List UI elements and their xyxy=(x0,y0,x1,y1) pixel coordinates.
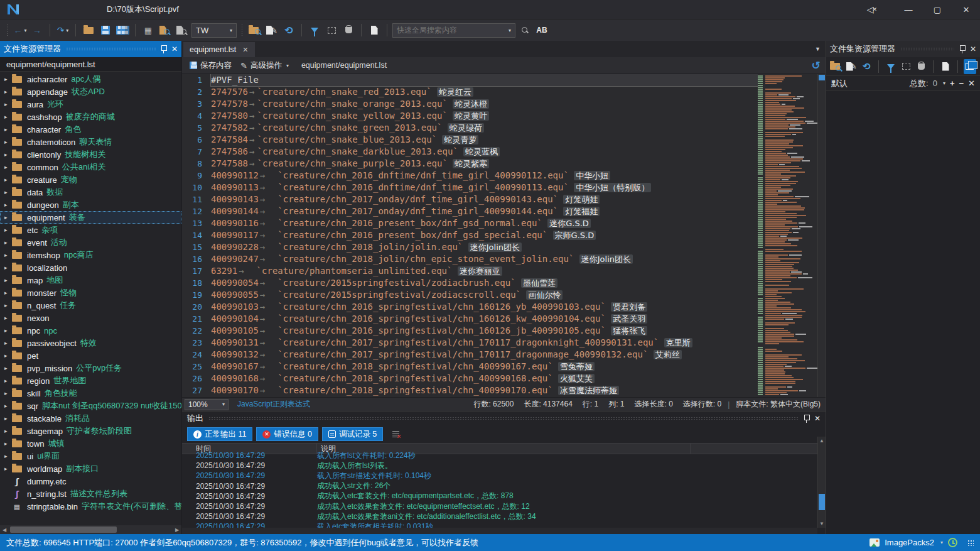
tree-item[interactable]: ▸ aicharacter apc人偶 xyxy=(0,73,181,85)
close-button[interactable]: ✕ xyxy=(952,0,980,19)
expander-icon[interactable]: ▸ xyxy=(4,252,12,258)
match-case-toggle[interactable]: AB xyxy=(534,23,549,38)
search-in-file-button[interactable] xyxy=(158,23,173,38)
bucket-button[interactable] xyxy=(341,23,356,38)
pin-icon[interactable] xyxy=(161,45,166,53)
scroll-left-arrow[interactable]: ◀ xyxy=(0,527,9,533)
tab-equipment-lst[interactable]: equipment.lst ✕ xyxy=(183,42,255,57)
expander-icon[interactable]: ▸ xyxy=(4,265,12,271)
code-line[interactable]: 27 400990170→`creature/chn_2018_springfe… xyxy=(182,385,758,396)
search-doc-button[interactable] xyxy=(175,23,190,38)
tree-item[interactable]: ▸ monster 怪物 xyxy=(0,286,181,299)
fileset-marquee-button[interactable] xyxy=(900,59,912,74)
fileset-total-caret[interactable]: ▾ xyxy=(943,80,945,86)
zoom-select[interactable]: 100%▾ xyxy=(185,399,229,410)
fileset-remove-button[interactable]: − xyxy=(959,79,964,88)
expander-icon[interactable]: ▸ xyxy=(4,352,12,359)
output-row[interactable]: 2025/10/30 16:47:29 载入所有lst文件耗时: 0.224秒 xyxy=(182,450,826,461)
menu-item[interactable] xyxy=(62,8,74,11)
expander-icon[interactable]: ▸ xyxy=(4,466,12,472)
tree-item[interactable]: ▸ region 世界地图 xyxy=(0,374,181,387)
expander-icon[interactable]: ▸ xyxy=(4,239,12,246)
tree-item[interactable]: ▸ passiveobject 特效 xyxy=(0,337,181,349)
code-line[interactable]: 19 400990055→`creature/2015springfestiva… xyxy=(182,289,758,301)
code-line[interactable]: 11 400990143→`creature/chn_2017_onday/dn… xyxy=(182,194,758,205)
output-filter-button[interactable]: ✕ 错误信息 0 xyxy=(256,427,318,441)
expander-icon[interactable]: ▸ xyxy=(4,89,12,95)
code-line[interactable]: 8 2747588→`creature/chn_snake_purple_201… xyxy=(182,158,758,170)
code-line[interactable]: 2 2747576→`creature/chn_snake_red_2013.e… xyxy=(182,86,758,98)
nav-back-button[interactable]: ←▾ xyxy=(13,23,28,38)
tree-item[interactable]: ▸ appendage 状态APD xyxy=(0,85,181,98)
tree-item[interactable]: ▸ itemshop npc商店 xyxy=(0,249,181,261)
fileset-pin-icon[interactable] xyxy=(959,45,965,53)
tree-item[interactable]: ▸ event 活动 xyxy=(0,236,181,249)
code-line[interactable]: 24 400990132→`creature/chn_2017_springfe… xyxy=(182,349,758,361)
editor-vscrollbar[interactable] xyxy=(817,74,826,397)
expander-icon[interactable]: ▸ xyxy=(4,428,12,434)
scroll-up-arrow[interactable]: ▲ xyxy=(819,438,824,444)
undo-icon[interactable]: ↺ xyxy=(812,59,821,72)
expander-icon[interactable]: ▸ xyxy=(4,76,12,82)
menu-item[interactable] xyxy=(49,8,62,11)
fileset-list-area[interactable] xyxy=(826,91,980,534)
sidebar-hscrollbar[interactable]: ◀ ▶ xyxy=(0,525,181,534)
hscroll-thumb[interactable] xyxy=(10,526,117,533)
expander-icon[interactable]: ▸ xyxy=(4,189,12,195)
editor-vscroll-thumb[interactable] xyxy=(819,75,825,80)
tree-item[interactable]: ▸ npc npc xyxy=(0,324,181,337)
image-packs-caret[interactable]: ▾ xyxy=(940,540,943,545)
menu-item[interactable] xyxy=(24,8,36,11)
maximize-button[interactable]: ▢ xyxy=(923,0,951,19)
code-line[interactable]: 22 400990105→`creature/chn_2016_springfe… xyxy=(182,325,758,337)
tree-item[interactable]: ▸ localization xyxy=(0,261,181,274)
tree-item[interactable]: ▸ town 城镇 xyxy=(0,437,181,450)
code-line[interactable]: 3 2747578→`creature/chn_snake_orange_201… xyxy=(182,98,758,110)
tree-item[interactable]: ▸ aura 光环 xyxy=(0,98,181,111)
output-row[interactable]: 2025/10/30 16:47:29 成功载入所有lst列表。 xyxy=(182,461,826,471)
fileset-bucket-button[interactable] xyxy=(915,59,927,74)
image-packs-label[interactable]: ImagePacks2 xyxy=(885,538,934,547)
output-row[interactable]: 2025/10/30 16:47:29 成功载入etc效果套装ani文件: et… xyxy=(182,511,826,521)
tree-item[interactable]: ▸ common 公共ani相关 xyxy=(0,161,181,173)
output-filter-button[interactable]: 调试记录 5 xyxy=(322,427,383,441)
fileset-layers-button[interactable] xyxy=(964,59,976,74)
tree-item[interactable]: ▸ skill 角色技能 xyxy=(0,387,181,400)
marquee-select-button[interactable] xyxy=(324,23,339,38)
expander-icon[interactable]: ▸ xyxy=(4,315,12,321)
minimize-button[interactable]: — xyxy=(895,0,922,19)
fileset-group-name[interactable]: 默认 xyxy=(831,78,848,89)
code-line[interactable]: 9 400990112→`creature/chn_2016_dnftime/d… xyxy=(182,170,758,182)
expander-icon[interactable]: ▸ xyxy=(4,101,12,107)
code-editor[interactable]: 1 #PVF_File 2 2747576→`creature/chn_snak… xyxy=(182,74,826,397)
save-button[interactable] xyxy=(98,23,113,38)
search-dropdown-caret[interactable]: ▾ xyxy=(509,28,511,33)
folder-search-button[interactable] xyxy=(247,23,262,38)
expander-icon[interactable]: ▸ xyxy=(4,114,12,120)
refresh-button[interactable]: ⟲ xyxy=(281,23,296,38)
output-filter-button[interactable]: i 正常输出 11 xyxy=(187,427,252,441)
scroll-right-arrow[interactable]: ▶ xyxy=(173,527,181,533)
tree-item[interactable]: ▸ stackable 消耗品 xyxy=(0,412,181,425)
menu-item[interactable] xyxy=(74,8,87,11)
code-line[interactable]: 4 2747580→`creature/chn_snake_yellow_201… xyxy=(182,110,758,122)
code-line[interactable]: 16 400990247→`creature/chn_2018_jolin/ch… xyxy=(182,253,758,265)
expander-icon[interactable]: ▸ xyxy=(4,227,12,233)
expander-icon[interactable]: ▸ xyxy=(4,365,12,371)
tab-list-chevron-icon[interactable]: ▼ xyxy=(815,46,821,52)
save-content-button[interactable]: 保存内容 xyxy=(187,59,234,72)
resize-grip[interactable] xyxy=(967,540,974,546)
output-hscrollbar[interactable] xyxy=(182,528,817,534)
fileset-close-icon[interactable]: ✕ xyxy=(970,45,976,53)
code-line[interactable]: 26 400990168→`creature/chn_2018_springfe… xyxy=(182,373,758,385)
tree-item[interactable]: ▸ sqr 脚本nut 剑圣qq506807329 nut收徒1500 xyxy=(0,400,181,412)
mute-icon[interactable]: ◁✕ xyxy=(867,4,877,14)
tree-item[interactable]: ▤ stringtable.bin 字符串表文件(不可删除、替换 xyxy=(0,500,181,513)
fileset-filter-button[interactable] xyxy=(885,59,897,74)
scroll-down-arrow[interactable]: ▼ xyxy=(819,521,824,526)
expander-icon[interactable]: ▸ xyxy=(4,277,12,283)
expander-icon[interactable]: ▸ xyxy=(4,453,12,459)
expander-icon[interactable]: ▸ xyxy=(4,302,12,308)
expander-icon[interactable]: ▸ xyxy=(4,390,12,396)
fileset-refresh-button[interactable]: ⟲ xyxy=(860,59,873,74)
